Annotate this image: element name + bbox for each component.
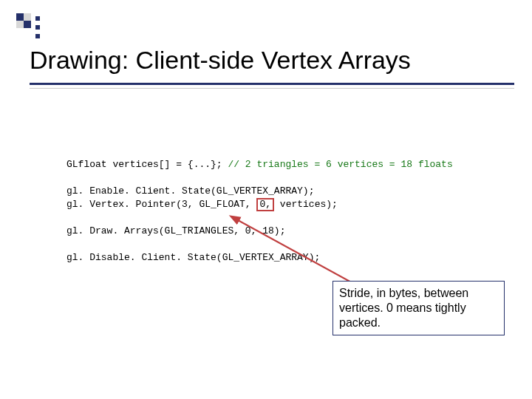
code-text: gl. Vertex. Pointer(3, GL_FLOAT, (66, 199, 256, 210)
decor-bullets (35, 16, 40, 38)
decor-bullet (35, 16, 40, 21)
svg-line-0 (238, 220, 362, 288)
stride-highlight: 0, (256, 198, 274, 211)
slide-title: Drawing: Client-side Vertex Arrays (30, 46, 411, 75)
decor-square (16, 21, 24, 28)
corner-decor (16, 13, 31, 28)
decor-bullet (35, 25, 40, 30)
code-text: vertices); (274, 199, 338, 210)
title-rule (30, 83, 514, 89)
decor-square (24, 21, 31, 28)
code-line: GLfloat vertices[] = {...}; // 2 triangl… (66, 158, 453, 171)
callout-box: Stride, in bytes, between vertices. 0 me… (332, 281, 505, 335)
callout-text: Stride, in bytes, between vertices. 0 me… (339, 287, 468, 329)
slide: Drawing: Client-side Vertex Arrays GLflo… (0, 0, 532, 399)
code-text: GLfloat vertices[] = {...}; (66, 159, 228, 170)
decor-square (24, 13, 31, 21)
code-line: gl. Vertex. Pointer(3, GL_FLOAT, 0, vert… (66, 198, 453, 211)
decor-bullet (35, 34, 40, 38)
code-comment: // 2 triangles = 6 vertices = 18 floats (228, 159, 452, 170)
decor-square (16, 13, 24, 21)
code-blank (66, 171, 453, 185)
code-line: gl. Enable. Client. State(GL_VERTEX_ARRA… (66, 185, 453, 198)
